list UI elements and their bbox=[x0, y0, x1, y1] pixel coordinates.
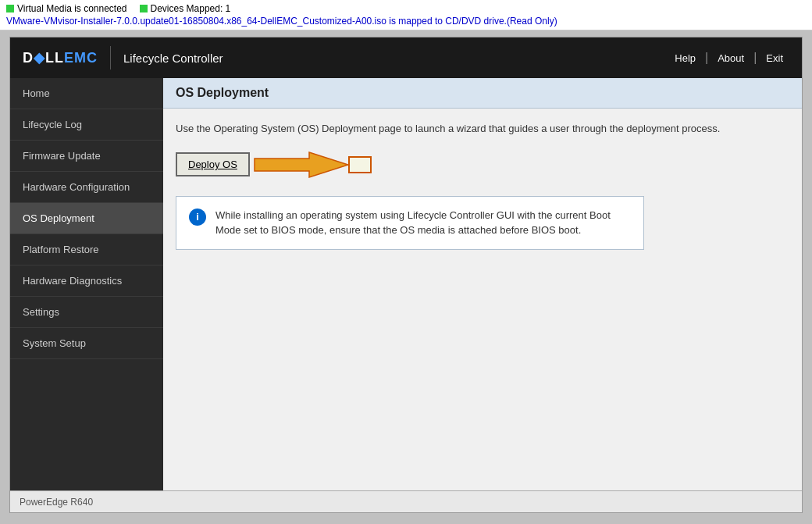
sidebar-item-lifecycle-log[interactable]: Lifecycle Log bbox=[10, 109, 163, 141]
devices-mapped-dot bbox=[140, 5, 148, 12]
deploy-os-button[interactable]: Deploy OS bbox=[176, 152, 250, 176]
content-area: Home Lifecycle Log Firmware Update Hardw… bbox=[10, 78, 802, 490]
help-link[interactable]: Help bbox=[668, 49, 702, 67]
devices-mapped-label: Devices Mapped: 1 bbox=[151, 3, 231, 14]
about-link[interactable]: About bbox=[711, 49, 750, 67]
sidebar-item-firmware-update[interactable]: Firmware Update bbox=[10, 141, 163, 172]
main-window: D◆LLEMC Lifecycle Controller Help | Abou… bbox=[9, 37, 803, 513]
header-links: Help | About | Exit bbox=[668, 49, 789, 67]
footer-label: PowerEdge R640 bbox=[20, 497, 93, 508]
main-content-panel: OS Deployment Use the Operating System (… bbox=[163, 78, 802, 490]
page-title: OS Deployment bbox=[163, 78, 802, 109]
checkbox-annotation bbox=[348, 156, 372, 173]
deploy-row: Deploy OS bbox=[176, 149, 789, 180]
sidebar: Home Lifecycle Log Firmware Update Hardw… bbox=[10, 78, 163, 490]
page-description: Use the Operating System (OS) Deployment… bbox=[176, 121, 789, 137]
header-left: D◆LLEMC Lifecycle Controller bbox=[23, 46, 223, 70]
virtual-media-label: Virtual Media is connected bbox=[17, 3, 127, 14]
info-box: i While installing an operating system u… bbox=[176, 196, 644, 250]
arrow-annotation bbox=[247, 149, 348, 180]
header-sep-1: | bbox=[705, 51, 708, 65]
header-divider bbox=[110, 46, 111, 70]
header-sep-2: | bbox=[753, 51, 757, 65]
virtual-media-dot bbox=[6, 5, 14, 12]
sidebar-item-platform-restore[interactable]: Platform Restore bbox=[10, 234, 163, 266]
status-bar: Virtual Media is connected Devices Mappe… bbox=[0, 0, 812, 30]
sidebar-item-hardware-configuration[interactable]: Hardware Configuration bbox=[10, 172, 163, 203]
svg-marker-0 bbox=[255, 152, 348, 177]
info-message: While installing an operating system usi… bbox=[215, 208, 631, 238]
page-body: Use the Operating System (OS) Deployment… bbox=[163, 109, 802, 490]
footer-bar: PowerEdge R640 bbox=[10, 490, 802, 512]
iso-path-text: VMware-VMvisor-Installer-7.0.0.update01-… bbox=[6, 16, 806, 27]
devices-mapped-status: Devices Mapped: 1 bbox=[140, 3, 231, 14]
info-icon: i bbox=[189, 209, 206, 226]
exit-link[interactable]: Exit bbox=[760, 49, 789, 67]
sidebar-item-settings[interactable]: Settings bbox=[10, 297, 163, 328]
product-name: Lifecycle Controller bbox=[123, 52, 223, 65]
dell-emc-logo: D◆LLEMC bbox=[23, 49, 98, 66]
sidebar-item-os-deployment[interactable]: OS Deployment bbox=[10, 203, 163, 234]
sidebar-item-system-setup[interactable]: System Setup bbox=[10, 328, 163, 359]
header-bar: D◆LLEMC Lifecycle Controller Help | Abou… bbox=[10, 37, 802, 78]
sidebar-item-hardware-diagnostics[interactable]: Hardware Diagnostics bbox=[10, 266, 163, 297]
sidebar-item-home[interactable]: Home bbox=[10, 78, 163, 109]
virtual-media-status: Virtual Media is connected bbox=[6, 3, 127, 14]
